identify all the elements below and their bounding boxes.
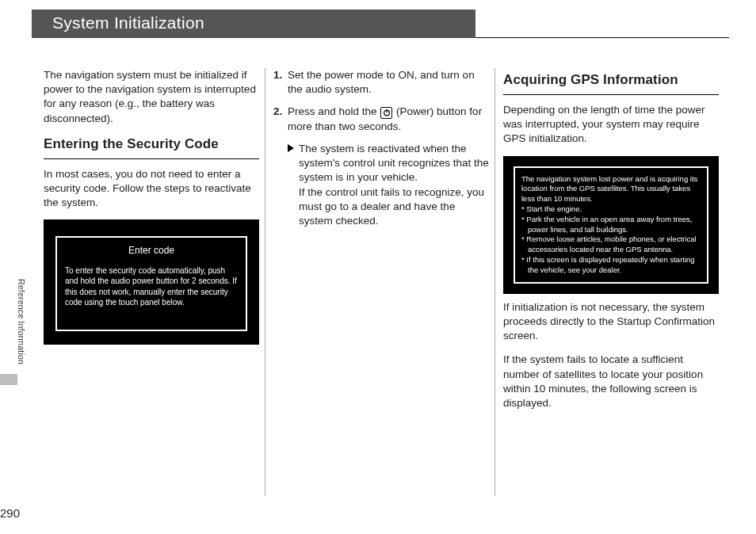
screenshot-inner: Enter code To enter the security code au…	[55, 236, 247, 331]
column-1: The navigation system must be initialize…	[44, 68, 259, 345]
heading-security-code: Entering the Security Code	[44, 135, 259, 154]
side-tab-label: Reference Information	[17, 279, 26, 364]
screenshot-inner: The navigation system lost power and is …	[514, 166, 708, 284]
gps-after-2: If the system fails to locate a sufficie…	[503, 353, 719, 410]
screenshot-body: To enter the security code automatically…	[65, 265, 238, 308]
page-number: 290	[0, 506, 20, 520]
step-2-result: The system is reactivated when the syste…	[273, 142, 489, 228]
column-3: Acquiring GPS Information Depending on t…	[503, 68, 719, 420]
screenshot-body: The navigation system lost power and is …	[521, 174, 701, 276]
heading-rule	[44, 158, 259, 159]
column-divider	[265, 68, 265, 496]
screenshot-title: Enter code	[65, 244, 238, 257]
title-rule	[475, 37, 729, 38]
title-bar: System Initialization	[32, 10, 729, 38]
manual-page: System Initialization Reference Informat…	[0, 0, 756, 534]
shot-line: * Start the engine.	[521, 204, 701, 215]
step-2: Press and hold the (Power) button for mo…	[273, 105, 489, 133]
step-2-text-a: Press and hold the	[288, 105, 380, 117]
shot-line: * Park the vehicle in an open area away …	[521, 215, 701, 235]
screenshot-gps-acquire: The navigation system lost power and is …	[503, 156, 719, 294]
page-title: System Initialization	[32, 10, 475, 38]
screenshot-enter-code: Enter code To enter the security code au…	[44, 219, 259, 345]
side-tab-nub	[0, 374, 17, 385]
shot-line: The navigation system lost power and is …	[521, 174, 701, 204]
security-intro-text: In most cases, you do not need to enter …	[44, 167, 259, 211]
heading-gps: Acquiring GPS Information	[503, 71, 719, 90]
column-2: Set the power mode to ON, and turn on th…	[273, 68, 489, 236]
intro-text: The navigation system must be initialize…	[44, 68, 259, 126]
power-icon	[380, 107, 392, 119]
step-2-result-b: If the control unit fails to recognize, …	[299, 186, 484, 227]
gps-after-1: If initialization is not necessary, the …	[503, 300, 719, 344]
steps-list: Set the power mode to ON, and turn on th…	[273, 68, 489, 228]
gps-intro-text: Depending on the length of time the powe…	[503, 103, 719, 147]
triangle-icon	[288, 144, 294, 152]
step-1-text: Set the power mode to ON, and turn on th…	[288, 69, 475, 95]
shot-line: * Remove loose articles, mobile phones, …	[521, 235, 701, 255]
shot-line: * If this screen is displayed repeatedly…	[521, 255, 701, 276]
step-1: Set the power mode to ON, and turn on th…	[273, 68, 489, 97]
step-2-result-a: The system is reactivated when the syste…	[299, 143, 489, 183]
column-divider	[494, 68, 495, 496]
heading-rule	[503, 94, 719, 95]
